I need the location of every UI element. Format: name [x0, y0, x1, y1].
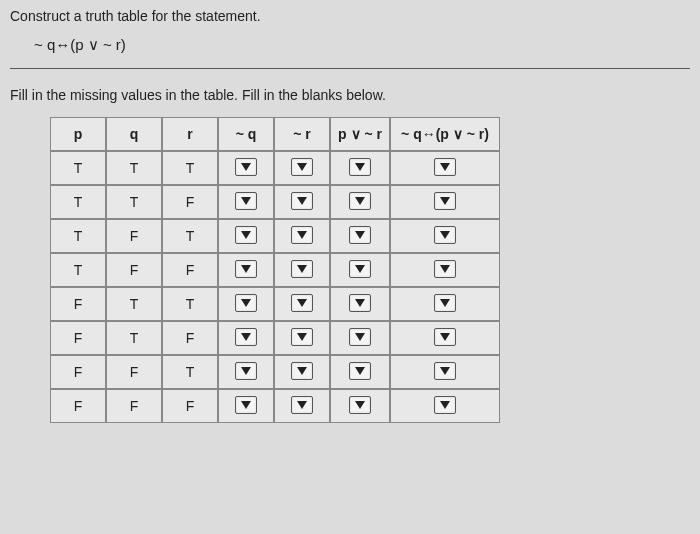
cell-not-r-select[interactable] [291, 328, 313, 346]
cell-p: T [50, 253, 106, 287]
cell-not-q-select[interactable] [235, 260, 257, 278]
cell-not-r-select-cell [274, 287, 330, 321]
cell-not-q-select[interactable] [235, 158, 257, 176]
cell-p-or-not-r-select[interactable] [349, 396, 371, 414]
cell-not-r-select-cell [274, 185, 330, 219]
cell-not-q-select[interactable] [235, 362, 257, 380]
cell-q: F [106, 355, 162, 389]
svg-marker-4 [241, 197, 251, 205]
cell-r: T [162, 355, 218, 389]
cell-not-q-select-cell [218, 253, 274, 287]
cell-q: F [106, 389, 162, 423]
svg-marker-5 [297, 197, 307, 205]
instruction-text: Fill in the missing values in the table.… [10, 87, 690, 103]
cell-p-or-not-r-select[interactable] [349, 158, 371, 176]
svg-marker-18 [355, 299, 365, 307]
cell-result-select-cell [390, 253, 500, 287]
cell-not-q-select-cell [218, 219, 274, 253]
svg-marker-17 [297, 299, 307, 307]
cell-p: T [50, 151, 106, 185]
cell-not-q-select[interactable] [235, 328, 257, 346]
cell-p-or-not-r-select[interactable] [349, 294, 371, 312]
cell-result-select[interactable] [434, 226, 456, 244]
cell-p-or-not-r-select[interactable] [349, 226, 371, 244]
cell-r: T [162, 151, 218, 185]
col-header-result: ~ q↔(p ∨ ~ r) [390, 117, 500, 151]
section-divider [10, 68, 690, 69]
svg-marker-30 [355, 401, 365, 409]
table-row: TTF [50, 185, 500, 219]
cell-not-q-select[interactable] [235, 192, 257, 210]
cell-not-q-select[interactable] [235, 226, 257, 244]
svg-marker-20 [241, 333, 251, 341]
cell-result-select[interactable] [434, 294, 456, 312]
cell-result-select-cell [390, 185, 500, 219]
table-row: FTT [50, 287, 500, 321]
cell-p: T [50, 219, 106, 253]
svg-marker-22 [355, 333, 365, 341]
cell-p-or-not-r-select-cell [330, 219, 390, 253]
svg-marker-26 [355, 367, 365, 375]
cell-not-r-select[interactable] [291, 192, 313, 210]
cell-r: T [162, 219, 218, 253]
col-header-p: p [50, 117, 106, 151]
svg-marker-14 [355, 265, 365, 273]
svg-marker-23 [440, 333, 450, 341]
cell-not-q-select-cell [218, 389, 274, 423]
col-header-not-q: ~ q [218, 117, 274, 151]
cell-p-or-not-r-select[interactable] [349, 260, 371, 278]
cell-result-select-cell [390, 389, 500, 423]
cell-p-or-not-r-select[interactable] [349, 192, 371, 210]
cell-p-or-not-r-select[interactable] [349, 362, 371, 380]
cell-result-select[interactable] [434, 362, 456, 380]
svg-marker-10 [355, 231, 365, 239]
cell-r: F [162, 253, 218, 287]
svg-marker-8 [241, 231, 251, 239]
cell-not-q-select-cell [218, 287, 274, 321]
cell-result-select[interactable] [434, 328, 456, 346]
svg-marker-0 [241, 163, 251, 171]
cell-result-select[interactable] [434, 396, 456, 414]
prompt-line-1: Construct a truth table for the statemen… [10, 8, 690, 24]
svg-marker-1 [297, 163, 307, 171]
cell-r: F [162, 185, 218, 219]
cell-result-select-cell [390, 321, 500, 355]
col-header-p-or-not-r: p ∨ ~ r [330, 117, 390, 151]
svg-marker-13 [297, 265, 307, 273]
cell-p: F [50, 321, 106, 355]
cell-result-select[interactable] [434, 260, 456, 278]
table-row: FTF [50, 321, 500, 355]
svg-marker-15 [440, 265, 450, 273]
cell-p-or-not-r-select[interactable] [349, 328, 371, 346]
cell-not-r-select[interactable] [291, 362, 313, 380]
cell-not-r-select-cell [274, 219, 330, 253]
svg-marker-25 [297, 367, 307, 375]
cell-result-select[interactable] [434, 192, 456, 210]
cell-not-r-select-cell [274, 355, 330, 389]
cell-not-q-select-cell [218, 355, 274, 389]
cell-p: F [50, 355, 106, 389]
table-row: FFF [50, 389, 500, 423]
col-header-q: q [106, 117, 162, 151]
col-header-not-r: ~ r [274, 117, 330, 151]
cell-not-r-select[interactable] [291, 260, 313, 278]
table-header-row: p q r ~ q ~ r p ∨ ~ r ~ q↔(p ∨ ~ r) [50, 117, 500, 151]
svg-marker-29 [297, 401, 307, 409]
svg-marker-7 [440, 197, 450, 205]
svg-marker-24 [241, 367, 251, 375]
cell-p-or-not-r-select-cell [330, 355, 390, 389]
cell-result-select[interactable] [434, 158, 456, 176]
cell-not-r-select[interactable] [291, 294, 313, 312]
cell-result-select-cell [390, 355, 500, 389]
cell-not-r-select[interactable] [291, 226, 313, 244]
cell-not-r-select-cell [274, 321, 330, 355]
cell-q: T [106, 151, 162, 185]
cell-not-r-select[interactable] [291, 396, 313, 414]
cell-r: T [162, 287, 218, 321]
cell-p: T [50, 185, 106, 219]
cell-not-q-select[interactable] [235, 396, 257, 414]
cell-not-q-select[interactable] [235, 294, 257, 312]
svg-marker-28 [241, 401, 251, 409]
cell-not-r-select[interactable] [291, 158, 313, 176]
cell-q: T [106, 321, 162, 355]
